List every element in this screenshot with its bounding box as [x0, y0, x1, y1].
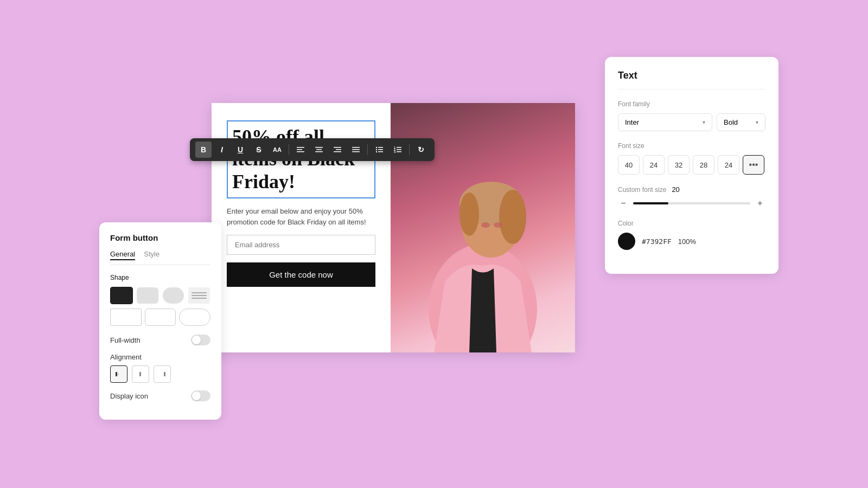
- svg-rect-34: [164, 372, 165, 376]
- size-btn-40[interactable]: 40: [618, 155, 640, 175]
- bullet-list-button[interactable]: [371, 142, 387, 158]
- svg-point-6: [494, 222, 502, 228]
- shape-lines[interactable]: [188, 287, 210, 304]
- redo-button[interactable]: ↻: [413, 142, 429, 158]
- color-swatch[interactable]: [618, 233, 635, 250]
- svg-rect-13: [334, 147, 341, 148]
- font-size-slider[interactable]: [633, 202, 750, 204]
- panel-tabs: General Style: [110, 250, 210, 265]
- email-input[interactable]: [227, 235, 375, 255]
- email-cta-button[interactable]: Get the code now: [227, 262, 375, 287]
- svg-point-19: [376, 147, 377, 148]
- font-family-chevron: ▾: [703, 119, 705, 125]
- custom-size-label: Custom font size: [618, 186, 666, 194]
- display-icon-toggle[interactable]: [191, 390, 210, 401]
- font-size-decrease-button[interactable]: −: [618, 198, 629, 209]
- svg-rect-7: [297, 147, 304, 148]
- svg-point-4: [459, 192, 479, 236]
- svg-rect-22: [378, 149, 383, 150]
- font-family-select[interactable]: Inter ▾: [618, 113, 712, 131]
- svg-rect-20: [378, 147, 383, 148]
- svg-rect-14: [336, 149, 341, 150]
- numbered-list-button[interactable]: 1.2.3.: [390, 142, 406, 158]
- display-icon-row: Display icon: [110, 390, 210, 401]
- toolbar-divider-2: [367, 144, 368, 155]
- tab-style[interactable]: Style: [144, 250, 159, 260]
- svg-rect-16: [352, 147, 360, 148]
- full-width-label: Full-width: [110, 336, 141, 344]
- font-family-row: Inter ▾ Bold ▾: [618, 113, 765, 131]
- svg-rect-15: [334, 151, 341, 152]
- svg-rect-12: [315, 151, 323, 152]
- size-btn-24b[interactable]: 24: [718, 155, 739, 175]
- font-family-section: Font family Inter ▾ Bold ▾: [618, 100, 765, 131]
- align-center-option[interactable]: [132, 365, 149, 383]
- svg-point-23: [376, 151, 377, 152]
- email-subtext: Enter your email below and enjoy your 50…: [227, 206, 375, 227]
- underline-button[interactable]: U: [232, 142, 248, 158]
- bold-button[interactable]: B: [195, 142, 212, 158]
- custom-size-value: 20: [672, 185, 679, 194]
- font-size-options: 40 24 32 28 24 •••: [618, 155, 765, 175]
- font-weight-select[interactable]: Bold ▾: [717, 113, 765, 131]
- text-panel-title: Text: [618, 70, 765, 89]
- color-opacity-value: 100%: [678, 237, 696, 246]
- svg-rect-31: [116, 372, 117, 376]
- font-family-value: Inter: [625, 118, 639, 126]
- font-size-label: Font size: [618, 142, 765, 150]
- font-weight-value: Bold: [724, 118, 738, 126]
- full-width-toggle-thumb: [192, 336, 201, 344]
- align-left-option[interactable]: [110, 365, 127, 383]
- align-left-button[interactable]: [292, 142, 309, 158]
- shape-rounded-lg-outline[interactable]: [179, 309, 210, 326]
- tab-general[interactable]: General: [110, 250, 135, 260]
- shape-rounded-lg-filled[interactable]: [162, 287, 185, 304]
- size-btn-28[interactable]: 28: [693, 155, 714, 175]
- svg-rect-28: [397, 149, 401, 150]
- shape-section-label: Shape: [110, 274, 210, 281]
- display-icon-label: Display icon: [110, 392, 148, 400]
- shape-rounded-sm-filled[interactable]: [136, 287, 159, 304]
- size-btn-32[interactable]: 32: [668, 155, 690, 175]
- shape-grid-row1: [110, 287, 210, 304]
- font-family-label: Font family: [618, 100, 765, 108]
- form-button-panel: Form button General Style Shape Full-wid…: [99, 222, 221, 420]
- svg-rect-8: [297, 149, 302, 150]
- color-label: Color: [618, 220, 765, 227]
- shape-rounded-sm-outline[interactable]: [145, 309, 176, 326]
- svg-rect-32: [118, 373, 119, 375]
- font-size-increase-button[interactable]: +: [755, 198, 765, 209]
- color-row: #7392FF 100%: [618, 233, 765, 250]
- custom-size-row: Custom font size 20: [618, 185, 765, 194]
- color-hex-value: #7392FF: [642, 237, 672, 246]
- shape-rect-filled[interactable]: [110, 287, 133, 304]
- custom-font-size-section: Custom font size 20 − +: [618, 185, 765, 209]
- size-btn-more[interactable]: •••: [743, 155, 764, 175]
- svg-point-3: [499, 190, 526, 244]
- caps-button[interactable]: AA: [269, 142, 285, 158]
- svg-rect-9: [297, 151, 304, 152]
- svg-point-5: [481, 222, 490, 228]
- svg-rect-26: [397, 147, 401, 148]
- font-size-section: Font size 40 24 32 28 24 •••: [618, 142, 765, 175]
- italic-button[interactable]: I: [214, 142, 230, 158]
- svg-rect-18: [352, 151, 360, 152]
- align-center-button[interactable]: [311, 142, 327, 158]
- strikethrough-button[interactable]: S: [251, 142, 267, 158]
- svg-point-21: [376, 149, 377, 150]
- shape-rect-outline[interactable]: [110, 309, 142, 326]
- form-button-panel-title: Form button: [110, 233, 210, 242]
- alignment-label: Alignment: [110, 353, 142, 361]
- alignment-options: [110, 365, 171, 383]
- align-right-button[interactable]: [329, 142, 346, 158]
- align-justify-button[interactable]: [348, 142, 364, 158]
- text-panel: Text Font family Inter ▾ Bold ▾ Font siz…: [605, 57, 778, 274]
- svg-rect-24: [378, 151, 383, 152]
- svg-rect-17: [352, 149, 360, 150]
- align-right-option[interactable]: [154, 365, 171, 383]
- svg-rect-33: [139, 372, 141, 376]
- size-btn-24a[interactable]: 24: [643, 155, 665, 175]
- full-width-toggle[interactable]: [191, 335, 210, 345]
- shape-grid-row2: [110, 309, 210, 326]
- svg-rect-10: [315, 147, 323, 148]
